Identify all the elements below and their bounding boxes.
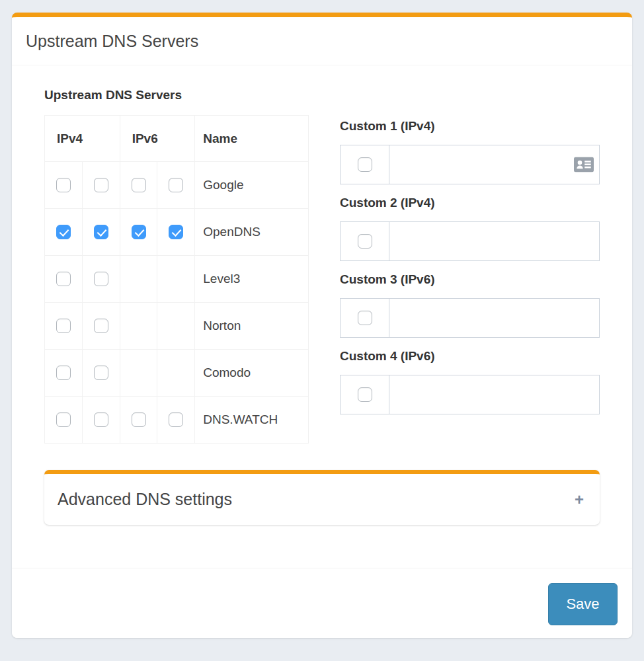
section-label: Upstream DNS Servers [44, 87, 600, 103]
dns-name-google: Google [195, 162, 309, 209]
checkbox-level3-v4-2[interactable] [94, 272, 108, 286]
custom-3-checkbox[interactable] [358, 311, 372, 325]
checkbox-google-v4-2[interactable] [94, 178, 108, 192]
checkbox-level3-v4-1[interactable] [56, 272, 71, 286]
table-row: DNS.WATCH [45, 397, 309, 444]
custom-3-label: Custom 3 (IPv6) [340, 272, 600, 288]
custom-4-input[interactable] [389, 375, 600, 414]
checkbox-comodo-v4-1[interactable] [56, 366, 71, 380]
table-row: Level3 [45, 256, 309, 303]
checkbox-google-v4-1[interactable] [56, 178, 71, 192]
panel-title: Upstream DNS Servers [26, 32, 198, 51]
checkbox-opendns-v6-1[interactable] [132, 225, 146, 239]
table-header-row: IPv4 IPv6 Name [45, 116, 309, 162]
custom-3-group [340, 298, 600, 338]
checkbox-dnswatch-v6-1[interactable] [132, 412, 146, 427]
custom-2-group [340, 221, 600, 261]
checkbox-google-v6-2[interactable] [169, 178, 183, 192]
custom-1-input[interactable] [389, 145, 600, 184]
dns-servers-table: IPv4 IPv6 Name Google [44, 115, 309, 444]
custom-2-label: Custom 2 (IPv4) [340, 195, 600, 211]
upstream-dns-panel: Upstream DNS Servers Upstream DNS Server… [12, 13, 632, 638]
panel-body: Upstream DNS Servers IPv4 IPv6 Name [12, 65, 632, 568]
plus-icon[interactable]: + [575, 490, 584, 509]
dns-name-dnswatch: DNS.WATCH [195, 397, 309, 444]
advanced-dns-settings-toggle[interactable]: Advanced DNS settings + [44, 470, 600, 525]
custom-2-checkbox[interactable] [358, 234, 372, 249]
dns-name-opendns: OpenDNS [195, 209, 309, 256]
custom-3-input[interactable] [389, 298, 600, 338]
checkbox-norton-v4-2[interactable] [94, 319, 108, 333]
checkbox-opendns-v4-2[interactable] [94, 225, 108, 239]
column-header-ipv6: IPv6 [120, 116, 195, 162]
table-row: Comodo [45, 350, 309, 397]
advanced-settings-title: Advanced DNS settings [58, 490, 575, 509]
checkbox-comodo-v4-2[interactable] [94, 366, 108, 380]
checkbox-dnswatch-v4-1[interactable] [56, 412, 71, 427]
body-columns: IPv4 IPv6 Name Google [44, 115, 600, 444]
custom-1-checkbox[interactable] [358, 157, 372, 172]
panel-footer: Save [12, 568, 632, 638]
custom-4-label: Custom 4 (IPv6) [340, 348, 600, 364]
checkbox-opendns-v4-1[interactable] [56, 225, 71, 239]
custom-servers-column: Custom 1 (IPv4) Custom 2 (IPv4) [340, 118, 600, 414]
dns-name-comodo: Comodo [195, 350, 309, 397]
checkbox-dnswatch-v6-2[interactable] [169, 412, 183, 427]
checkbox-opendns-v6-2[interactable] [169, 225, 183, 239]
custom-2-input[interactable] [389, 221, 600, 261]
table-row: OpenDNS [45, 209, 309, 256]
checkbox-dnswatch-v4-2[interactable] [94, 412, 108, 427]
checkbox-norton-v4-1[interactable] [56, 319, 71, 333]
contact-card-icon [574, 157, 594, 173]
table-row: Google [45, 162, 309, 209]
dns-name-norton: Norton [195, 303, 309, 350]
dns-name-level3: Level3 [195, 256, 309, 303]
column-header-name: Name [195, 116, 309, 162]
custom-4-group [340, 375, 600, 414]
save-button[interactable]: Save [548, 583, 618, 625]
custom-4-checkbox[interactable] [358, 387, 372, 402]
panel-header: Upstream DNS Servers [12, 17, 632, 65]
table-row: Norton [45, 303, 309, 350]
custom-1-group [340, 145, 600, 184]
checkbox-google-v6-1[interactable] [132, 178, 146, 192]
column-header-ipv4: IPv4 [45, 116, 120, 162]
custom-1-label: Custom 1 (IPv4) [340, 118, 600, 134]
